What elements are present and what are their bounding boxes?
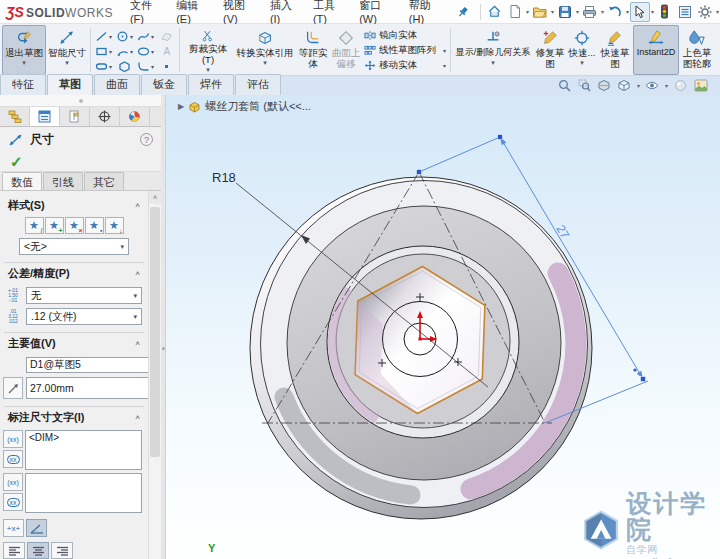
- primary-value-section-header[interactable]: 主要值(V) ˄: [0, 333, 148, 353]
- dimension-value-field[interactable]: [27, 378, 148, 398]
- save-button[interactable]: [555, 2, 575, 22]
- style-dropdown[interactable]: <无> ▾: [19, 238, 129, 255]
- dimension-text-area[interactable]: <DIM>: [25, 430, 142, 470]
- length-dimension-text[interactable]: 27: [553, 223, 572, 242]
- caret-icon[interactable]: ▾: [665, 82, 668, 89]
- add-style-button[interactable]: ★+: [45, 217, 64, 234]
- sketch-point-handle[interactable]: [417, 170, 422, 175]
- center-dimension-button[interactable]: +x+: [3, 519, 24, 537]
- instant2d-button[interactable]: Instant2D: [633, 25, 679, 75]
- precision-dropdown[interactable]: .12 (文件) ▾: [26, 308, 142, 325]
- tab-evaluate[interactable]: 评估: [235, 74, 281, 95]
- caret-icon[interactable]: ▾: [65, 59, 69, 67]
- caret-icon[interactable]: ▾: [526, 8, 529, 15]
- caret-icon[interactable]: ▾: [637, 82, 640, 89]
- save-style-button[interactable]: ★▪: [85, 217, 104, 234]
- caret-icon[interactable]: ▾: [601, 8, 604, 15]
- mirror-entities-button[interactable]: 镜向实体: [364, 28, 448, 42]
- collapse-chevron-icon[interactable]: ˄: [135, 339, 140, 348]
- tab-sheet-metal[interactable]: 钣金: [141, 74, 187, 95]
- dimension-handle[interactable]: [641, 377, 646, 382]
- subtab-other[interactable]: 其它: [84, 172, 124, 190]
- panel-splitter-handle[interactable]: [0, 95, 161, 107]
- line-button[interactable]: ▾: [93, 29, 114, 44]
- options-list-button[interactable]: [675, 2, 695, 22]
- rebuild-button[interactable]: [655, 2, 675, 22]
- tab-configuration-manager[interactable]: [60, 107, 90, 126]
- rectangle-button[interactable]: ▾: [93, 44, 114, 59]
- collapse-chevron-icon[interactable]: ˄: [135, 201, 140, 210]
- caret-icon[interactable]: ▾: [651, 8, 654, 15]
- dimension-name-field[interactable]: [26, 357, 148, 373]
- caret-icon[interactable]: ▾: [22, 59, 26, 67]
- new-document-button[interactable]: [505, 2, 525, 22]
- breadcrumb[interactable]: ▶ 螺丝刀套筒 (默认<<...: [178, 99, 311, 114]
- caret-icon[interactable]: ▾: [626, 8, 629, 15]
- style-section-header[interactable]: 样式(S) ˄: [0, 195, 148, 215]
- convert-entities-button[interactable]: 转换实体引用 ▾: [234, 25, 296, 75]
- point-button[interactable]: [156, 59, 177, 74]
- collapse-chevron-icon[interactable]: ˄: [135, 413, 140, 422]
- display-style-button[interactable]: [645, 78, 660, 92]
- tolerance-type-dropdown[interactable]: 无 ▾: [26, 287, 142, 304]
- edit-appearance-button[interactable]: [673, 78, 688, 92]
- settings-button[interactable]: [695, 2, 715, 22]
- ok-button[interactable]: ✓: [10, 155, 23, 169]
- radius-dimension-text[interactable]: R18: [212, 170, 236, 185]
- tab-dimxpert-manager[interactable]: [90, 107, 120, 126]
- move-entities-button[interactable]: 移动实体 ▾: [364, 58, 448, 72]
- tab-features[interactable]: 特征: [0, 74, 46, 95]
- tab-sketch[interactable]: 草图: [47, 74, 93, 96]
- justify-center-button[interactable]: [27, 542, 49, 559]
- open-button[interactable]: [530, 2, 550, 22]
- tab-weldments[interactable]: 焊件: [188, 74, 234, 95]
- caret-icon[interactable]: ▾: [551, 8, 554, 15]
- dimension-handle[interactable]: [498, 135, 503, 140]
- pin-menu-button[interactable]: [455, 4, 470, 20]
- breadcrumb-expand-icon[interactable]: ▶: [178, 102, 184, 111]
- zoom-area-button[interactable]: [577, 78, 592, 92]
- print-button[interactable]: [580, 2, 600, 22]
- view-orientation-button[interactable]: [617, 78, 632, 92]
- dim-text-below-button[interactable]: xx: [3, 493, 23, 511]
- model-part-body[interactable]: [250, 177, 592, 519]
- tab-feature-manager[interactable]: [0, 107, 30, 126]
- scrollbar-thumb[interactable]: [150, 207, 160, 457]
- smart-dimension-button[interactable]: 智能尺寸 ▾: [46, 25, 88, 75]
- dim-text-inline-button[interactable]: xx: [3, 450, 23, 468]
- dimension-text-section-header[interactable]: 标注尺寸文字(I) ˄: [0, 407, 148, 427]
- collapse-chevron-icon[interactable]: ˄: [135, 269, 140, 278]
- tab-property-manager[interactable]: [30, 107, 60, 126]
- quick-sketch-button[interactable]: 快速草图: [597, 25, 633, 75]
- quick-snaps-button[interactable]: 快速... ▾: [567, 25, 597, 75]
- undo-button[interactable]: [605, 2, 625, 22]
- trim-entities-button[interactable]: 剪裁实体(T) ▾: [182, 25, 234, 75]
- caret-icon[interactable]: ▾: [263, 59, 267, 67]
- linear-sketch-pattern-button[interactable]: 线性草图阵列 ▾: [364, 43, 448, 57]
- ellipse-button[interactable]: ▾: [135, 44, 156, 59]
- home-button[interactable]: [485, 2, 505, 22]
- tolerance-section-header[interactable]: 公差/精度(P) ˄: [0, 263, 148, 283]
- arc-button[interactable]: ▾: [114, 44, 135, 59]
- dim-text-below-left-button[interactable]: (xx): [3, 473, 23, 491]
- caret-icon[interactable]: ▾: [491, 59, 495, 67]
- delete-style-button[interactable]: ★×: [65, 217, 84, 234]
- scroll-up-icon[interactable]: ˄: [149, 191, 161, 204]
- display-delete-relations-button[interactable]: 显示/删除几何关系 ▾: [453, 25, 533, 75]
- slot-button[interactable]: ▾: [93, 59, 114, 74]
- offset-text-button[interactable]: [26, 519, 47, 537]
- justify-right-button[interactable]: [51, 542, 73, 559]
- offset-entities-button[interactable]: 等距实体: [296, 25, 330, 75]
- caret-icon[interactable]: ▾: [580, 59, 584, 67]
- subtab-value[interactable]: 数值: [2, 172, 42, 190]
- select-button[interactable]: [630, 2, 650, 22]
- subtab-leaders[interactable]: 引线: [43, 172, 83, 190]
- shaded-sketch-contours-button[interactable]: 上色草图轮廓: [679, 25, 715, 75]
- circle-button[interactable]: ▾: [114, 29, 135, 44]
- exit-sketch-button[interactable]: 退出草图 ▾: [2, 25, 46, 75]
- apply-scene-button[interactable]: [693, 78, 708, 92]
- caret-icon[interactable]: ▾: [206, 66, 210, 74]
- graphics-viewport[interactable]: ▶ 螺丝刀套筒 (默认<<...: [166, 95, 720, 559]
- section-view-button[interactable]: [597, 78, 612, 92]
- tab-surfaces[interactable]: 曲面: [94, 74, 140, 95]
